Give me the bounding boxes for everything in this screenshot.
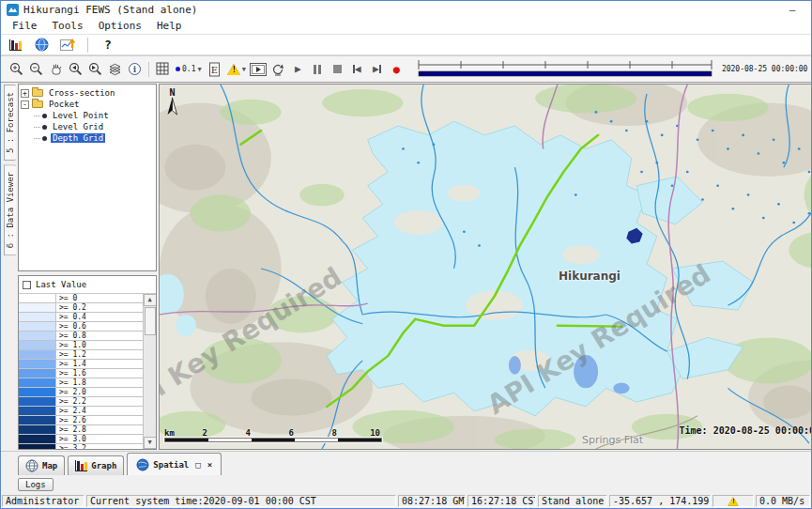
tab-graph[interactable]: Graph <box>68 455 124 475</box>
bullet-icon <box>42 114 47 118</box>
legend-row[interactable]: >= 2.4 <box>19 407 143 416</box>
tab-map[interactable]: Map <box>18 455 65 475</box>
legend-row-label: >= 1.4 <box>56 360 143 368</box>
menu-options[interactable]: Options <box>91 19 149 33</box>
tree-item-label[interactable]: Level Grid <box>51 122 105 131</box>
menu-tools[interactable]: Tools <box>45 19 91 33</box>
last-value-label: Last Value <box>36 280 86 289</box>
scale-tick: 8 <box>294 428 337 438</box>
help-button[interactable]: ? <box>98 37 118 54</box>
scroll-up-icon[interactable]: ▲ <box>144 294 157 306</box>
legend-row[interactable]: >= 0.2 <box>19 303 143 313</box>
tree-item-cross-section[interactable]: + Cross-section <box>21 87 154 99</box>
tree-item-depth-grid[interactable]: Depth Grid <box>34 132 154 144</box>
legend-row[interactable]: >= 3.0 <box>19 435 143 444</box>
legend-row[interactable]: >= 0.6 <box>19 322 143 332</box>
timeseries-dialog-icon[interactable] <box>57 37 78 54</box>
legend-row[interactable]: >= 1.4 <box>19 360 143 369</box>
contour-labels-icon[interactable]: E <box>205 59 224 79</box>
menu-help[interactable]: Help <box>149 19 190 33</box>
legend-row[interactable]: >= 2.8 <box>19 425 143 435</box>
legend-scrollbar[interactable]: ▲ ▼ <box>143 294 156 449</box>
legend-row[interactable]: >= 1.2 <box>19 350 143 360</box>
logs-button[interactable]: Logs <box>18 478 54 491</box>
collapse-icon[interactable]: - <box>21 100 29 109</box>
legend-row[interactable]: >= 2.0 <box>19 388 143 397</box>
zoom-next-icon[interactable] <box>85 59 105 79</box>
chevron-down-icon: ▼ <box>242 66 246 73</box>
legend-color-swatch <box>19 303 56 312</box>
info-icon[interactable]: i <box>125 59 145 79</box>
map-display-icon[interactable] <box>31 37 52 54</box>
bar-chart-icon <box>75 460 87 471</box>
minimize-button[interactable]: – <box>778 4 806 16</box>
stop-button[interactable] <box>328 59 347 79</box>
tab-data-viewer[interactable]: 6 : Data Viewer <box>4 164 16 255</box>
legend-row[interactable]: >= 0.8 <box>19 332 143 341</box>
legend-color-swatch <box>19 388 56 396</box>
tab-spatial-active[interactable]: Spatial □ × <box>127 453 222 475</box>
scale-tick: 2 <box>174 428 207 438</box>
svg-text:i: i <box>133 65 137 74</box>
status-system-time: Current system time:2020-09-01 00:00 CST <box>86 495 396 507</box>
zoom-previous-icon[interactable] <box>66 59 85 79</box>
zoom-in-icon[interactable] <box>7 59 26 79</box>
tab-close-icon[interactable]: × <box>207 460 212 470</box>
tree-item-level-point[interactable]: Level Point <box>34 110 154 121</box>
tree-item-pocket[interactable]: - Pocket <box>21 99 154 110</box>
time-slider[interactable] <box>416 58 714 81</box>
legend-row[interactable]: >= 0.4 <box>19 313 143 322</box>
tree-item-label-selected[interactable]: Depth Grid <box>51 133 105 143</box>
legend-row[interactable]: >= 1.0 <box>19 341 143 350</box>
tree-item-label[interactable]: Pocket <box>47 100 82 109</box>
legend-row[interactable]: >= 3.2 <box>19 444 143 449</box>
tree-item-label[interactable]: Level Point <box>51 111 111 120</box>
title-bar: Hikurangi FEWS (Stand alone) – □ × <box>1 1 812 18</box>
animation-settings-icon[interactable] <box>268 59 288 79</box>
tree-item-label[interactable]: Cross-section <box>47 88 116 98</box>
status-warning-cell[interactable] <box>712 495 754 507</box>
legend-rows: >= 0 >= 0.2 >= 0.4 >= 0.6 >= 0.8 >= 1.0 … <box>19 294 143 449</box>
legend-row-label: >= 0.4 <box>56 313 143 321</box>
scroll-down-icon[interactable]: ▼ <box>144 437 157 449</box>
toolbar-separator <box>148 62 149 77</box>
expand-icon[interactable]: + <box>21 89 29 98</box>
scale-tick: 10 <box>337 428 380 438</box>
bullet-icon <box>42 136 47 141</box>
legend-row[interactable]: >= 1.6 <box>19 369 143 378</box>
pause-button[interactable] <box>308 59 328 79</box>
legend-color-swatch <box>19 332 56 340</box>
legend-row[interactable]: >= 2.6 <box>19 416 143 425</box>
tab-forecast[interactable]: 5 : Forecast <box>4 85 16 161</box>
tab-restore-icon[interactable]: □ <box>195 460 200 470</box>
legend-row[interactable]: >= 0 <box>19 294 143 303</box>
last-value-checkbox[interactable] <box>23 281 31 289</box>
scale-tick: 4 <box>207 428 251 438</box>
step-back-button[interactable]: ◀ <box>347 59 367 79</box>
step-forward-button[interactable]: ▶ <box>367 59 387 79</box>
warnings-dropdown[interactable]: ▼ <box>224 60 249 79</box>
animation-player-icon[interactable] <box>249 59 268 79</box>
legend-row[interactable]: >= 2.2 <box>19 397 143 407</box>
legend-row-label: >= 2.2 <box>56 397 143 406</box>
legend-panel: Last Value >= 0 >= 0.2 >= 0.4 >= 0.6 >= … <box>18 275 157 450</box>
record-button[interactable]: ● <box>387 59 406 79</box>
layers-icon[interactable] <box>105 59 125 79</box>
main-region: 5 : Forecast 6 : Data Viewer + Cross-sec… <box>1 83 812 451</box>
scrollbar-thumb[interactable] <box>145 307 156 335</box>
grid-display-icon[interactable] <box>153 59 173 79</box>
maximize-button[interactable]: □ <box>806 4 812 16</box>
map-view[interactable]: N API Key Required API Key Required Hiku… <box>159 84 812 450</box>
database-viewer-icon[interactable] <box>5 37 25 54</box>
menu-file[interactable]: File <box>5 19 45 33</box>
class-interval-dropdown[interactable]: 0.1 ▼ <box>173 60 205 79</box>
legend-row-label: >= 0.8 <box>56 332 143 340</box>
play-button[interactable]: ▶ <box>288 59 308 79</box>
tree-item-level-grid[interactable]: Level Grid <box>34 121 154 132</box>
status-gmt-time: 08:27:18 GMT <box>398 495 466 507</box>
zoom-out-icon[interactable] <box>26 59 46 79</box>
pan-hand-icon[interactable] <box>46 59 66 79</box>
warning-icon <box>728 497 738 506</box>
interval-dot-icon <box>176 67 180 71</box>
legend-row[interactable]: >= 1.8 <box>19 378 143 388</box>
